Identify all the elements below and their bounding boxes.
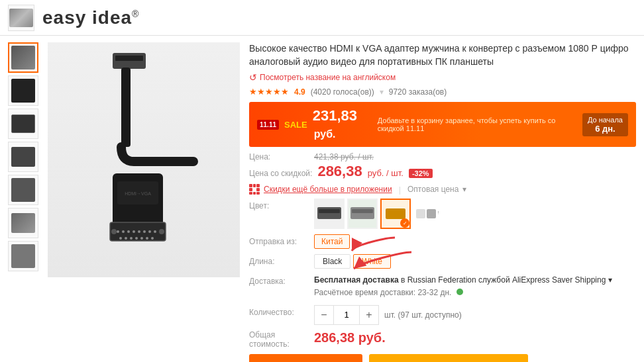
- delivery-row: Доставка: Бесплатная доставка в Russian …: [249, 274, 636, 299]
- main-image-wrapper: HDMI→VGA: [48, 42, 240, 362]
- svg-text:HDMI→VGA: HDMI→VGA: [125, 191, 151, 196]
- countdown-days: 6 дн.: [588, 124, 623, 134]
- sale-price-value: 231,83: [313, 107, 357, 124]
- thumb-2[interactable]: [8, 75, 38, 106]
- sale-note: Добавьте в корзину заранее, чтобы успеть…: [378, 116, 582, 132]
- svg-point-18: [135, 237, 138, 240]
- delivery-label: Доставка:: [249, 274, 309, 286]
- total-label-wrap: Общая стоимость:: [249, 330, 309, 349]
- divider: ▾: [380, 87, 384, 97]
- original-price-value: 421,38 руб. / шт.: [314, 152, 374, 161]
- thumb-6[interactable]: [8, 208, 38, 238]
- svg-point-11: [138, 230, 140, 233]
- qr-icon: [249, 184, 260, 195]
- main-content: HDMI→VGA: [0, 36, 644, 362]
- color-swatch-extras: ꜝ: [416, 199, 439, 229]
- thumb-7[interactable]: [8, 241, 38, 271]
- sale-label: SALE: [284, 120, 307, 130]
- price-section: Цена: 421,38 руб. / шт. Цена со скидкой:…: [249, 152, 636, 180]
- view-english-text: Посмотреть название на английском: [260, 73, 396, 82]
- app-discount-row: Скидки ещё больше в приложении | Оптовая…: [249, 184, 636, 195]
- rating-count: (4020 голоса(ов)): [311, 87, 374, 97]
- wholesale-arrow: ▾: [462, 185, 466, 194]
- svg-point-17: [130, 237, 133, 240]
- qty-decrease-button[interactable]: −: [315, 306, 333, 324]
- thumb-5[interactable]: [8, 175, 38, 205]
- svg-point-13: [148, 230, 151, 233]
- quantity-row: Количество: − + шт. (97 шт. доступно): [249, 305, 636, 325]
- quantity-control-row: − + шт. (97 шт. доступно): [314, 305, 462, 325]
- delivery-line1: Бесплатная доставка в Russian Federation…: [314, 274, 612, 287]
- color-swatch-1[interactable]: [314, 199, 345, 229]
- ship-option-china-label: Китай: [321, 237, 343, 246]
- sale-currency: руб.: [314, 128, 336, 140]
- length-label: Длина:: [249, 254, 309, 266]
- svg-point-21: [151, 237, 154, 240]
- delivery-destination: в Russian Federation: [401, 275, 476, 285]
- svg-rect-28: [386, 208, 405, 219]
- color-option-row: Цвет:: [249, 199, 636, 229]
- svg-point-14: [154, 230, 156, 233]
- ship-option-china[interactable]: Китай: [314, 234, 350, 249]
- add-to-cart-button[interactable]: Добавить в корзину: [369, 354, 528, 362]
- brand-suffix: ®: [132, 8, 139, 19]
- length-option-row: Длина: Black White: [249, 254, 636, 269]
- delivery-info: Бесплатная доставка в Russian Federation…: [314, 274, 612, 299]
- dropdown-icon: ▾: [608, 275, 612, 285]
- product-title: Высокое качество HDMI к VGA адаптер мужч…: [249, 42, 636, 68]
- rating-number: 4.9: [294, 87, 305, 97]
- product-info-panel: Высокое качество HDMI к VGA адаптер мужч…: [249, 42, 636, 362]
- wholesale-link[interactable]: Оптовая цена: [407, 185, 458, 194]
- qty-stock-text: шт. (97 шт. доступно): [384, 310, 462, 320]
- ship-options: Китай: [314, 234, 350, 249]
- qty-input[interactable]: [333, 306, 360, 324]
- original-price-row: Цена: 421,38 руб. / шт.: [249, 152, 636, 161]
- svg-point-7: [117, 230, 119, 233]
- qty-increase-button[interactable]: +: [360, 306, 378, 324]
- buy-now-button[interactable]: Купить сейчас: [249, 354, 362, 362]
- rating-row: ★★★★★ 4.9 (4020 голоса(ов)) ▾ 9720 заказ…: [249, 87, 636, 97]
- price-unit: руб. / шт.: [368, 168, 403, 178]
- svg-point-10: [133, 230, 135, 233]
- thumb-4[interactable]: [8, 142, 38, 172]
- color-swatch-3-active[interactable]: ✓: [380, 199, 411, 229]
- discounted-price-value: 286,38: [317, 163, 362, 180]
- color-label: Цвет:: [249, 199, 309, 210]
- quantity-label: Количество:: [249, 305, 309, 317]
- size-option-black[interactable]: Black: [314, 254, 350, 269]
- quantity-stepper: − +: [314, 305, 379, 325]
- svg-point-22: [111, 229, 117, 234]
- delivery-dot-green: [456, 289, 463, 295]
- delivery-service: службой AliExpress Saver Shipping: [478, 275, 606, 285]
- brand-name: easy idea®: [42, 7, 139, 28]
- original-price-label: Цена:: [249, 152, 309, 161]
- svg-rect-1: [115, 56, 143, 61]
- ship-from-row: Отправка из: Китай: [249, 234, 636, 249]
- sale-tag: 11.11: [257, 120, 279, 130]
- countdown-label: До начала: [588, 116, 623, 124]
- svg-point-15: [119, 237, 122, 240]
- logo-thumbnail: [9, 9, 33, 27]
- discounted-price-row: Цена со скидкой: 286,38 руб. / шт. -32%: [249, 163, 636, 180]
- app-discount-link[interactable]: Скидки ещё больше в приложении: [264, 185, 392, 194]
- ship-label: Отправка из:: [249, 234, 309, 246]
- sale-left: 11.11 SALE 231,83 руб.: [257, 107, 372, 142]
- color-swatch-2[interactable]: [347, 199, 378, 229]
- action-buttons: Купить сейчас Добавить в корзину: [249, 354, 636, 362]
- pipe-divider: |: [399, 185, 401, 195]
- thumb-3[interactable]: [8, 109, 38, 139]
- header: easy idea®: [0, 0, 644, 36]
- svg-point-20: [146, 237, 148, 240]
- total-price-value: 286,38 руб.: [314, 330, 386, 345]
- svg-point-12: [143, 230, 146, 233]
- svg-rect-25: [319, 209, 340, 213]
- main-product-image: HDMI→VGA: [48, 42, 240, 277]
- svg-point-9: [127, 230, 130, 233]
- color-options: ✓ ꜝ: [314, 199, 439, 229]
- view-english-link[interactable]: Посмотреть название на английском: [249, 72, 636, 83]
- svg-point-8: [122, 230, 125, 233]
- thumb-1[interactable]: [8, 42, 38, 73]
- total-label2: стоимость:: [249, 339, 309, 349]
- logo-image: [8, 5, 34, 31]
- countdown-box: До начала 6 дн.: [582, 113, 628, 136]
